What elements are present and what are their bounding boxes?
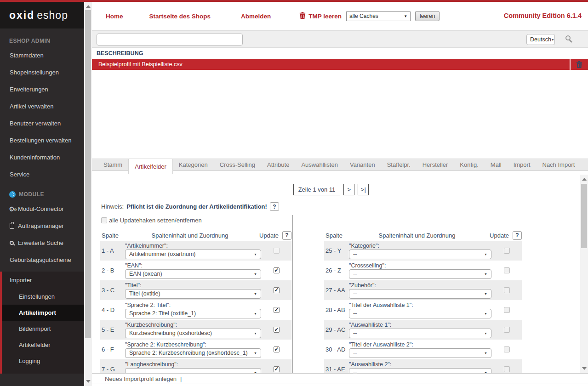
mapping-select[interactable]: --▼ (349, 368, 491, 374)
nav-home-link[interactable]: Home (106, 13, 123, 20)
tab-artikelfelder[interactable]: Artikelfelder (128, 159, 173, 174)
update-checkbox[interactable] (504, 366, 510, 372)
help-button[interactable]: ? (282, 231, 291, 240)
mapping-select[interactable]: --▼ (349, 329, 491, 338)
sidebar-item-kundeninformation[interactable]: Kundeninformation (0, 149, 84, 166)
sidebar-item-erweiterungen[interactable]: Erweiterungen (0, 81, 84, 98)
mapping-row: 7 - G "Langbeschreibung": ▼ (100, 359, 291, 373)
sidebar-subitem-einstellungen[interactable]: Einstellungen (2, 289, 84, 305)
update-checkbox[interactable] (504, 346, 510, 352)
sidebar-subitem-artikelimport[interactable]: Artikelimport (2, 305, 84, 321)
mapping-select[interactable]: --▼ (349, 289, 491, 299)
clear-cache-button[interactable]: leeren (415, 11, 440, 21)
chevron-down-icon: ▼ (484, 272, 487, 276)
scrollbar-thumb[interactable] (85, 10, 91, 338)
oxid-admin-window: oxideshop ESHOP ADMIN Stammdaten Shopein… (0, 0, 588, 386)
mapping-select[interactable]: Artikelnummer (oxartnum)▼ (125, 250, 261, 259)
sidebar-section-label: ESHOP ADMIN (0, 28, 84, 47)
edition-label: Community Edition 6.1.4 (504, 12, 582, 19)
tab-varianten[interactable]: Varianten (344, 159, 381, 170)
update-checkbox[interactable] (274, 307, 280, 313)
update-checkbox[interactable] (274, 287, 280, 293)
update-checkbox[interactable] (274, 366, 280, 372)
language-select[interactable]: Deutsch ▼ (526, 34, 555, 45)
tab-attribute[interactable]: Attribute (261, 159, 295, 170)
scrollbar-thumb[interactable] (581, 184, 587, 248)
sidebar-item-service[interactable]: Service (0, 166, 84, 183)
sidebar-scrollbar[interactable] (84, 2, 92, 386)
sidebar-subitem-logging[interactable]: Logging (2, 353, 84, 369)
nav-tmp-clear-link[interactable]: TMP leeren (299, 12, 342, 20)
mapping-select[interactable]: Sprache 2: Titel (oxtitle_1)▼ (125, 309, 261, 318)
mapping-select[interactable]: Kurzbeschreibung (oxshortdesc)▼ (125, 329, 261, 338)
update-checkbox[interactable] (504, 327, 510, 333)
top-accent-bar (0, 0, 588, 2)
search-icon[interactable] (565, 35, 571, 40)
cache-select[interactable]: alle Caches ▼ (346, 11, 411, 21)
search-input[interactable] (97, 34, 243, 45)
zoom-in-icon (10, 241, 14, 245)
chevron-down-icon: ▼ (484, 312, 487, 315)
mapping-select[interactable]: Titel (oxtitle)▼ (125, 289, 261, 299)
help-button[interactable]: ? (513, 231, 522, 240)
update-checkbox[interactable] (504, 307, 510, 313)
pagination-last-button[interactable]: >| (358, 184, 369, 195)
new-import-profile-link[interactable]: Neues Importprofil anlegen (105, 375, 177, 382)
tab-stamm[interactable]: Stamm (97, 159, 128, 170)
tab-konfig[interactable]: Konfig. (454, 159, 484, 170)
update-checkbox[interactable] (274, 267, 280, 273)
sidebar-item-benutzer-verwalten[interactable]: Benutzer verwalten (0, 115, 84, 132)
content-scrollbar[interactable] (580, 175, 588, 373)
top-navigation: Home Startseite des Shops Abmelden TMP l… (92, 2, 588, 30)
sidebar-item-auftragsmanager[interactable]: Auftragsmanager (0, 217, 84, 234)
update-checkbox[interactable] (504, 287, 510, 293)
delete-profile-button[interactable] (571, 59, 588, 70)
update-checkbox[interactable] (504, 267, 510, 273)
mapping-select[interactable]: --▼ (349, 269, 491, 279)
selected-profile-row[interactable]: Beispielprofil mit Beispielliste.csv (92, 59, 570, 70)
tab-staffelpr[interactable]: Staffelpr. (381, 159, 417, 170)
scrollbar-down-arrow[interactable] (582, 367, 587, 370)
sidebar-item-erweiterte-suche[interactable]: Erweiterte Suche (0, 234, 84, 251)
sidebar-item-shopeinstellungen[interactable]: Shopeinstellungen (0, 64, 84, 81)
mapping-row: 30 - AD "Titel der Auswahlliste 2": --▼ (324, 340, 522, 359)
mapping-select[interactable]: --▼ (349, 348, 491, 358)
tab-auswahllisten[interactable]: Auswahllisten (295, 159, 344, 170)
chevron-down-icon: ▼ (551, 38, 554, 41)
mapping-select[interactable]: --▼ (349, 250, 491, 259)
mapping-select[interactable]: EAN (oxean)▼ (125, 269, 261, 279)
sidebar-item-modul-connector[interactable]: ⚙ Modul-Connector (0, 200, 84, 217)
tab-nach-import[interactable]: Nach Import (537, 159, 581, 170)
toggle-all-checkbox[interactable] (101, 217, 107, 223)
tab-cross-selling[interactable]: Cross-Selling (214, 159, 261, 170)
sidebar-importer-section: Importer Einstellungen Artikelimport Bil… (0, 272, 84, 374)
sidebar-item-stammdaten[interactable]: Stammdaten (0, 47, 84, 64)
update-checkbox[interactable] (274, 327, 280, 333)
search-bar: Deutsch ▼ (92, 30, 588, 48)
nav-logout-link[interactable]: Abmelden (241, 13, 271, 20)
help-button[interactable]: ? (270, 202, 279, 211)
update-checkbox[interactable] (274, 346, 280, 352)
footer-separator: | (180, 375, 182, 382)
tab-hersteller[interactable]: Hersteller (417, 159, 454, 170)
nav-shop-start-link[interactable]: Startseite des Shops (149, 13, 211, 20)
scrollbar-up-arrow[interactable] (582, 178, 587, 181)
mapping-row: 25 - Y "Kategorie": --▼ (324, 241, 522, 261)
scrollbar-up-arrow[interactable] (86, 5, 91, 8)
update-checkbox[interactable] (504, 248, 510, 254)
mapping-select[interactable]: Sprache 2: Kurzbeschreibung (oxshortdesc… (125, 348, 261, 358)
tab-kategorien[interactable]: Kategorien (173, 159, 214, 170)
sidebar-item-bestellungen-verwalten[interactable]: Bestellungen verwalten (0, 132, 84, 149)
pagination-next-button[interactable]: > (343, 184, 354, 195)
mapping-select[interactable]: --▼ (349, 309, 491, 318)
tab-mall[interactable]: Mall (485, 159, 508, 170)
sidebar-item-artikel-verwalten[interactable]: Artikel verwalten (0, 98, 84, 115)
sidebar-item-geburtstagsgutscheine[interactable]: Geburtstagsgutscheine (0, 251, 84, 268)
sidebar-subitem-bilderimport[interactable]: Bilderimport (2, 321, 84, 337)
sidebar-subitem-artikelfelder[interactable]: Artikelfelder (2, 337, 84, 353)
sidebar-item-importer[interactable]: Importer (2, 272, 84, 289)
tab-import[interactable]: Import (508, 159, 537, 170)
mapping-select[interactable]: ▼ (125, 368, 261, 374)
scrollbar-down-arrow[interactable] (86, 380, 91, 383)
mapping-row: 29 - AC "Auswahlliste 1": --▼ (324, 320, 522, 340)
